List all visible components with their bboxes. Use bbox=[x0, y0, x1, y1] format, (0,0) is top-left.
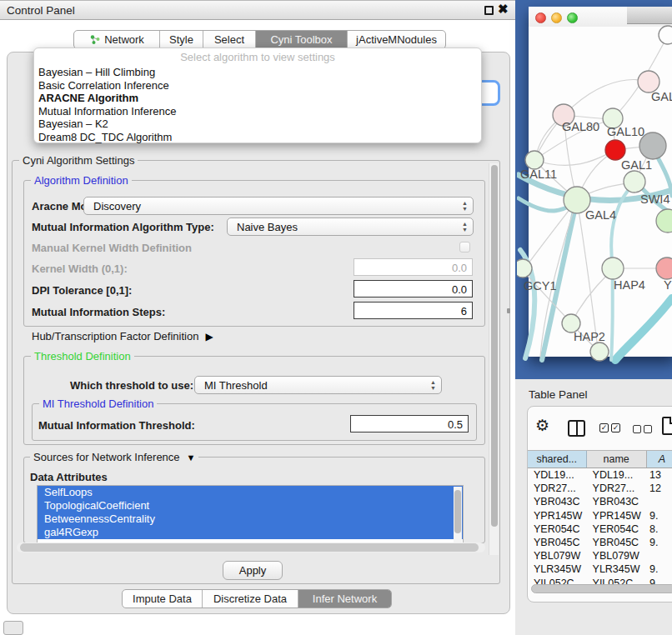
algorithm-definition-title: Algorithm Definition bbox=[31, 174, 132, 187]
mi-threshold-field[interactable]: 0.5 bbox=[350, 415, 469, 432]
mi-type-combobox[interactable]: Naive Bayes ▲▼ bbox=[227, 218, 474, 236]
table-cell: YBL079W bbox=[528, 550, 587, 563]
network-node-gal11[interactable] bbox=[525, 151, 544, 169]
table-body: YDL19...YDL19...13YDR27...YDR27...12YBR0… bbox=[528, 469, 672, 591]
network-node[interactable] bbox=[590, 342, 609, 361]
table-row[interactable]: YDL19...YDL19...13 bbox=[528, 469, 672, 482]
splitter-grip[interactable] bbox=[507, 308, 510, 313]
column-header-partial[interactable]: A bbox=[647, 451, 672, 468]
node-label: GAL1 bbox=[621, 158, 652, 172]
settings-scrollbar-thumb[interactable] bbox=[491, 165, 498, 527]
stepper-icon: ▲▼ bbox=[462, 221, 468, 232]
network-node[interactable] bbox=[605, 140, 625, 160]
table-row[interactable]: YBL079WYBL079W bbox=[528, 550, 672, 563]
cyni-settings-group-title: Cyni Algorithm Settings bbox=[19, 154, 138, 167]
menu-item-bayesian-hill-climbing[interactable]: Bayesian – Hill Climbing bbox=[34, 66, 481, 79]
tab-select[interactable]: Select bbox=[203, 31, 256, 48]
menu-item-dream8[interactable]: Dream8 DC_TDC Algorithm bbox=[34, 131, 481, 144]
tab-jactivemnodules[interactable]: jActiveMNodules bbox=[348, 31, 445, 48]
algorithm-popup-menu: Select algorithm to view settings Bayesi… bbox=[33, 48, 482, 143]
close-icon[interactable]: ✖ bbox=[498, 2, 509, 17]
table-cell bbox=[647, 496, 672, 509]
table-cell: YLR345W bbox=[587, 563, 647, 577]
hub-definition-expander[interactable]: Hub/Transcription Factor Definition ▶ bbox=[32, 330, 213, 342]
node-label: HAP4 bbox=[614, 278, 645, 292]
table-panel: Table Panel ⚙ ✓✓ shared... name A YDL19.… bbox=[515, 379, 672, 635]
node-label: GAL bbox=[651, 90, 672, 103]
which-threshold-label: Which threshold to use: bbox=[70, 379, 193, 392]
tab-infer-network[interactable]: Infer Network bbox=[298, 590, 391, 608]
chevron-down-icon: ▼ bbox=[187, 452, 196, 462]
table-header: shared... name A bbox=[528, 450, 672, 468]
threshold-definition-title: Threshold Definition bbox=[31, 350, 134, 362]
chevron-right-icon: ▶ bbox=[205, 331, 213, 342]
table-cell: YBR043C bbox=[587, 496, 647, 509]
checked-boxes-icon[interactable]: ✓✓ bbox=[599, 423, 620, 432]
list-scrollbar-thumb[interactable] bbox=[454, 490, 461, 533]
node-label: Y bbox=[664, 278, 672, 292]
table-cell: 9. bbox=[647, 563, 672, 577]
menu-item-bayesian-k2[interactable]: Bayesian – K2 bbox=[34, 118, 481, 131]
table-cell: YDL19... bbox=[528, 469, 587, 482]
sources-expander[interactable]: Sources for Network Inference ▼ bbox=[30, 451, 198, 463]
settings-scrollbar[interactable] bbox=[489, 163, 499, 555]
table-cell: 13 bbox=[647, 469, 672, 482]
list-item-betweennesscentrality[interactable]: BetweennessCentrality bbox=[38, 512, 463, 526]
menu-item-basic-correlation[interactable]: Basic Correlation Inference bbox=[34, 79, 481, 92]
menu-item-mutual-information[interactable]: Mutual Information Inference bbox=[34, 105, 481, 118]
tab-network[interactable]: Network bbox=[74, 31, 160, 48]
aracne-mode-combobox[interactable]: Discovery ▲▼ bbox=[83, 197, 474, 215]
list-item-gal4rgexp[interactable]: gal4RGexp bbox=[38, 526, 463, 539]
float-icon[interactable] bbox=[484, 6, 494, 15]
columns-icon[interactable] bbox=[568, 420, 585, 437]
tab-impute-data[interactable]: Impute Data bbox=[123, 590, 203, 608]
unchecked-boxes-icon[interactable] bbox=[633, 425, 652, 433]
column-header-name[interactable]: name bbox=[587, 451, 647, 468]
menu-item-aracne[interactable]: ARACNE Algorithm bbox=[34, 92, 481, 105]
settings-hscrollbar[interactable] bbox=[17, 542, 485, 552]
table-cell: YER054C bbox=[528, 523, 587, 537]
network-node-y[interactable] bbox=[656, 258, 672, 279]
mi-steps-label: Mutual Information Steps: bbox=[32, 306, 165, 318]
table-row[interactable]: YER054CYER054C8. bbox=[528, 523, 672, 537]
network-node-hap4[interactable] bbox=[602, 258, 624, 279]
table-hscrollbar-thumb[interactable] bbox=[531, 584, 672, 593]
table-row[interactable]: YBR043CYBR043C bbox=[528, 496, 672, 509]
network-node-gcy1[interactable] bbox=[517, 259, 532, 278]
tab-discretize-data[interactable]: Discretize Data bbox=[203, 590, 298, 608]
table-row[interactable]: YLR345WYLR345W9. bbox=[528, 563, 672, 577]
kernel-width-field[interactable]: 0.0 bbox=[354, 258, 473, 276]
network-node[interactable] bbox=[659, 26, 672, 44]
network-node-swi4[interactable] bbox=[656, 209, 672, 232]
collapsed-panel-button[interactable] bbox=[3, 621, 23, 635]
which-threshold-combobox[interactable]: MI Threshold ▲▼ bbox=[194, 376, 442, 394]
screen: Control Panel ✖ Network Style Select bbox=[0, 0, 672, 635]
apply-button[interactable]: Apply bbox=[223, 561, 283, 580]
network-node-gal1[interactable] bbox=[624, 171, 645, 192]
list-scrollbar[interactable] bbox=[454, 487, 462, 543]
list-item-selfloops[interactable]: SelfLoops bbox=[38, 486, 463, 499]
manual-kernel-label: Manual Kernel Width Definition bbox=[32, 242, 192, 254]
list-item-topologicalcoefficient[interactable]: TopologicalCoefficient bbox=[38, 499, 463, 512]
tab-style[interactable]: Style bbox=[160, 31, 203, 48]
table-row[interactable]: YPR145WYPR145W9. bbox=[528, 510, 672, 523]
column-header-shared-name[interactable]: shared... bbox=[528, 451, 587, 468]
stepper-icon: ▲▼ bbox=[430, 379, 436, 391]
data-attributes-list: SelfLoops TopologicalCoefficient Between… bbox=[37, 485, 464, 543]
gear-icon[interactable]: ⚙ bbox=[535, 418, 549, 433]
document-icon[interactable] bbox=[662, 417, 672, 435]
dpi-tolerance-field[interactable]: 0.0 bbox=[354, 280, 473, 298]
settings-hscrollbar-thumb[interactable] bbox=[20, 543, 479, 552]
table-row[interactable]: YDR27...YDR27...12 bbox=[528, 482, 672, 496]
node-label: GAL80 bbox=[562, 120, 599, 133]
node-label: GAL11 bbox=[520, 168, 557, 181]
table-cell: YER054C bbox=[587, 523, 647, 537]
dpi-tolerance-label: DPI Tolerance [0,1]: bbox=[32, 284, 132, 297]
table-panel-title: Table Panel bbox=[529, 388, 588, 401]
manual-kernel-checkbox[interactable] bbox=[459, 242, 470, 252]
mi-steps-field[interactable]: 6 bbox=[354, 302, 473, 319]
table-cell bbox=[647, 550, 672, 563]
network-graph: GALGAL80GAL10GAL11GAL1SWI4GAL4GCY1HAP4YH… bbox=[517, 0, 672, 379]
tab-cyni-toolbox[interactable]: Cyni Toolbox bbox=[256, 31, 348, 48]
table-row[interactable]: YBR045CYBR045C9. bbox=[528, 537, 672, 550]
